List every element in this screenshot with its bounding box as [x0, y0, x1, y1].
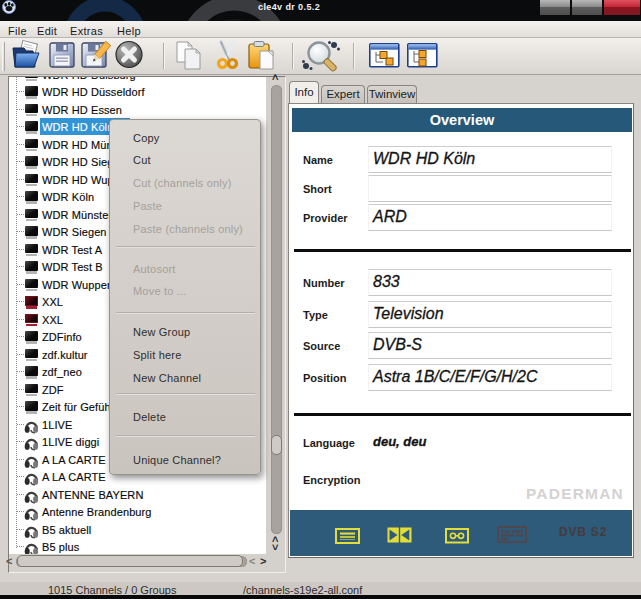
svg-text:DVB S2: DVB S2 — [559, 525, 607, 539]
